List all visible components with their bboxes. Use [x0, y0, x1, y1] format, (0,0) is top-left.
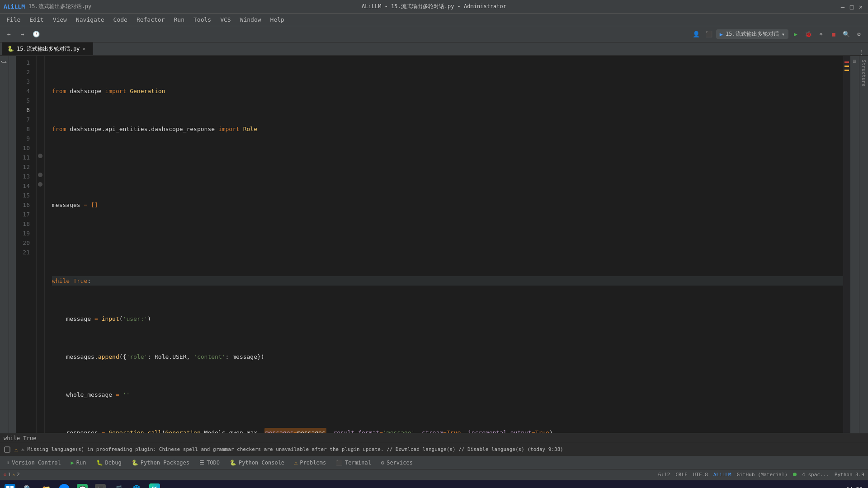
stop-button[interactable]: ■ [828, 29, 839, 40]
settings-button[interactable]: ⚙ [854, 29, 864, 40]
tab-version-control[interactable]: ⬆ Version Control [2, 457, 66, 469]
code-editor[interactable]: from dashscope import Generation from da… [45, 56, 843, 433]
search-toolbar-button[interactable]: 🔍 [841, 29, 852, 40]
taskbar-search-button[interactable]: 🔍 [20, 481, 36, 488]
close-button[interactable]: ✕ [857, 3, 864, 10]
cursor-position[interactable]: 6:12 [658, 472, 670, 478]
menu-vcs[interactable]: VCS [216, 14, 235, 25]
menu-file[interactable]: File [2, 14, 25, 25]
maximize-button[interactable]: □ [848, 3, 855, 10]
structure-label[interactable]: Structure [860, 56, 868, 90]
language-mode[interactable]: Python 3.9 [835, 472, 864, 478]
editor-tab-active[interactable]: 🐍 15.流式输出多轮对话.py ✕ [2, 42, 93, 55]
tab-problems[interactable]: ⚠ Problems [290, 457, 330, 469]
title-bar-left: ALiLLM 15.流式输出多轮对话.py [4, 3, 91, 10]
plugin-name[interactable]: ALiLLM [713, 472, 731, 478]
warning-count-icon: ⚠ [12, 472, 15, 478]
menu-window[interactable]: Window [236, 14, 266, 25]
debug-tab-icon: 🐛 [96, 460, 103, 466]
structure-panel: Structure [859, 56, 868, 433]
tab-close-button[interactable]: ✕ [82, 46, 85, 52]
menu-code[interactable]: Code [109, 14, 132, 25]
line-ending[interactable]: CRLF [675, 472, 688, 478]
taskbar-app-7[interactable]: 🎵 [110, 481, 127, 488]
right-sidebar: Bookmarks [850, 56, 859, 433]
minimize-button[interactable]: — [839, 3, 846, 10]
debug-button[interactable]: 🐞 [803, 29, 814, 40]
taskbar-edge-browser[interactable]: e [56, 481, 72, 488]
back-button[interactable]: ← [4, 29, 14, 40]
tab-run[interactable]: ▶ Run [66, 457, 91, 469]
recent-files-button[interactable]: 🕐 [31, 29, 42, 40]
file-explorer-icon: 📁 [41, 484, 52, 488]
line-num-7: 7 [16, 115, 33, 124]
title-bar: ALiLLM 15.流式输出多轮对话.py ALiLLM - 15.流式输出多轮… [0, 0, 868, 14]
tab-services[interactable]: ⚙ Services [377, 457, 417, 469]
run-config-selector[interactable]: ▶ 15.流式输出多轮对话 ▾ [716, 29, 788, 39]
warning-bar: ⚠ ⚠ Missing language(s) in proofreading … [0, 443, 868, 455]
code-line-6: while True: [52, 276, 843, 286]
status-right: 6:12 CRLF UTF-8 ALiLLM GitHub (Material)… [658, 472, 864, 478]
vcs-status[interactable]: GitHub (Material) [737, 472, 788, 478]
code-line-3 [52, 162, 843, 172]
line-num-13: 13 [16, 172, 33, 181]
menu-edit[interactable]: Edit [25, 14, 48, 25]
tab-bar: 🐍 15.流式输出多轮对话.py ✕ ⋮ [0, 42, 868, 56]
windows-logo [5, 484, 15, 488]
run-button[interactable]: ▶ [790, 29, 801, 40]
taskbar: 🔍 📁 e 💬 ⬛ 🎵 🌐 PC 14:28 [0, 480, 868, 488]
taskbar-app-8[interactable]: 🌐 [128, 481, 145, 488]
warning-checkbox[interactable] [4, 446, 11, 453]
menu-tools[interactable]: Tools [189, 14, 216, 25]
run-config-name: 15.流式输出多轮对话 [726, 30, 779, 38]
taskbar-pycharm[interactable]: PC [146, 481, 163, 488]
line-num-10: 10 [16, 143, 33, 153]
encoding[interactable]: UTF-8 [693, 472, 708, 478]
warning-icon: ⚠ [14, 446, 18, 453]
menu-navigate[interactable]: Navigate [71, 14, 109, 25]
menu-refactor[interactable]: Refactor [132, 14, 170, 25]
run-config-dropdown-icon[interactable]: ▾ [782, 31, 785, 38]
terminal-taskbar-icon: ⬛ [95, 484, 106, 488]
tab-python-console[interactable]: 🐍 Python Console [225, 457, 289, 469]
tab-version-control-label: Version Control [12, 460, 61, 466]
editor-area[interactable]: 1 2 3 4 5 6 7 8 9 10 11 12 13 14 15 16 1… [16, 56, 850, 433]
coverage-button[interactable]: ☂ [816, 29, 826, 40]
run-icon: ▶ [71, 460, 74, 466]
plugin-icon[interactable]: ⬛ [703, 29, 714, 40]
tab-more-button[interactable]: ⋮ [855, 48, 868, 55]
todo-icon: ☰ [199, 460, 204, 466]
menu-help[interactable]: Help [266, 14, 289, 25]
tab-todo[interactable]: ☰ TODO [195, 457, 224, 469]
user-icon[interactable]: 👤 [691, 29, 702, 40]
line-num-17: 17 [16, 210, 33, 219]
taskbar-terminal[interactable]: ⬛ [92, 481, 108, 488]
problems-icon: ⚠ [294, 460, 297, 466]
tab-debug[interactable]: 🐛 Debug [92, 457, 126, 469]
tab-python-console-label: Python Console [239, 460, 284, 466]
taskbar-start-button[interactable] [2, 481, 18, 488]
svg-rect-1 [6, 486, 9, 488]
taskbar-file-explorer[interactable]: 📁 [38, 481, 54, 488]
tab-filename: 15.流式输出多轮对话.py [17, 45, 80, 53]
line-num-3: 3 [16, 77, 33, 86]
status-warnings[interactable]: ⊗ 1 ⚠ 2 [4, 472, 20, 478]
status-bar: ⊗ 1 ⚠ 2 6:12 CRLF UTF-8 ALiLLM GitHub (M… [0, 469, 868, 480]
tab-terminal[interactable]: ⬛ Terminal [331, 457, 376, 469]
code-line-2: from dashscope.api_entities.dashscope_re… [52, 124, 843, 134]
tab-python-packages[interactable]: 🐍 Python Packages [127, 457, 194, 469]
taskbar-right: 14:28 [846, 486, 866, 488]
menu-view[interactable]: View [48, 14, 71, 25]
menu-run[interactable]: Run [170, 14, 189, 25]
warning-text: ⚠ Missing language(s) in proofreading pl… [21, 446, 563, 452]
taskbar-wechat[interactable]: 💬 [74, 481, 90, 488]
forward-button[interactable]: → [17, 29, 28, 40]
status-left: ⊗ 1 ⚠ 2 [4, 472, 20, 478]
tab-python-packages-label: Python Packages [141, 460, 189, 466]
indent-setting[interactable]: 4 spac... [802, 472, 829, 478]
line-num-19: 19 [16, 229, 33, 238]
line-num-2: 2 [16, 67, 33, 77]
tab-run-label: Run [76, 460, 86, 466]
code-line-4: messages = [] [52, 200, 843, 210]
app8-icon: 🌐 [131, 484, 142, 488]
